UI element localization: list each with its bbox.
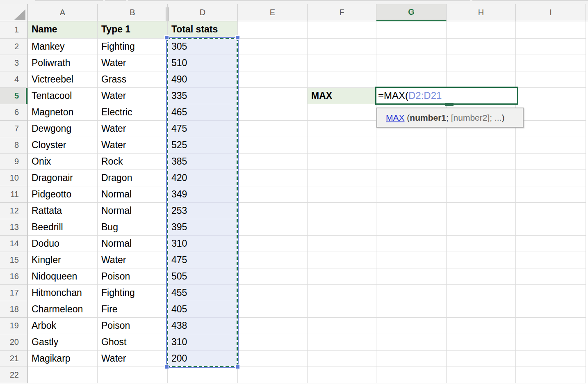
cell-G14[interactable] [376,236,447,252]
cell-E12[interactable] [238,203,308,219]
cell-B12[interactable]: Normal [98,203,168,219]
cell-B21[interactable]: Water [98,351,168,367]
cell-I9[interactable] [516,154,586,170]
cell-B5[interactable]: Water [98,88,168,104]
cell-A2[interactable]: Mankey [28,39,98,55]
cell-G4[interactable] [376,71,447,88]
cell-H16[interactable] [447,268,516,285]
cell-A16[interactable]: Nidoqueen [28,268,98,285]
cell-B20[interactable]: Ghost [98,334,168,351]
cell-F9[interactable] [308,154,376,170]
cell-A18[interactable]: Charmeleon [28,301,98,318]
cell-H18[interactable] [447,301,516,318]
cell-H19[interactable] [447,318,516,334]
cell-I5[interactable] [516,88,586,104]
cell-B10[interactable]: Dragon [98,170,168,186]
cell-F16[interactable] [308,268,376,285]
row-header-18[interactable]: 18 [0,301,28,318]
row-header-19[interactable]: 19 [0,318,28,334]
cell-B3[interactable]: Water [98,55,168,71]
cell-G21[interactable] [376,351,447,367]
cell-B13[interactable]: Bug [98,219,168,236]
cell-I12[interactable] [516,203,586,219]
cell-E10[interactable] [238,170,308,186]
cell-A7[interactable]: Dewgong [28,121,98,137]
cell-F20[interactable] [308,334,376,351]
cell-G20[interactable] [376,334,447,351]
row-header-21[interactable]: 21 [0,351,28,367]
cell-I7[interactable] [516,121,586,137]
cell-H8[interactable] [447,137,516,154]
cell-F4[interactable] [308,71,376,88]
cell-E21[interactable] [238,351,308,367]
cell-I2[interactable] [516,39,586,55]
row-header-14[interactable]: 14 [0,236,28,252]
cell-E19[interactable] [238,318,308,334]
cell-E14[interactable] [238,236,308,252]
row-header-5[interactable]: 5 [0,88,28,104]
select-all-corner[interactable] [0,4,28,21]
cell-H20[interactable] [447,334,516,351]
cell-H11[interactable] [447,186,516,203]
row-header-9[interactable]: 9 [0,154,28,170]
selection-ants-bottom[interactable] [167,366,238,367]
cell-F15[interactable] [308,252,376,268]
cell-A14[interactable]: Doduo [28,236,98,252]
row-header-2[interactable]: 2 [0,39,28,55]
cell-A12[interactable]: Rattata [28,203,98,219]
cell-I4[interactable] [516,71,586,88]
cell-E9[interactable] [238,154,308,170]
formula-edit-cell[interactable]: =MAX(D2:D21 [375,87,518,105]
column-header-I[interactable]: I [516,4,586,21]
row-header-13[interactable]: 13 [0,219,28,236]
cell-A15[interactable]: Kingler [28,252,98,268]
selection-handle-bottom-left[interactable] [164,364,169,369]
cell-H2[interactable] [447,39,516,55]
row-header-20[interactable]: 20 [0,334,28,351]
cell-A8[interactable]: Cloyster [28,137,98,154]
cell-H3[interactable] [447,55,516,71]
cell-A6[interactable]: Magneton [28,104,98,121]
cell-G10[interactable] [376,170,447,186]
cell-H21[interactable] [447,351,516,367]
cell-B4[interactable]: Grass [98,71,168,88]
cell-I17[interactable] [516,285,586,301]
cell-E8[interactable] [238,137,308,154]
cell-H12[interactable] [447,203,516,219]
selection-handle-top-right[interactable] [235,35,240,40]
cell-I6[interactable] [516,104,586,121]
column-header-G[interactable]: G [376,4,447,21]
cell-B14[interactable]: Normal [98,236,168,252]
cell-B6[interactable]: Electric [98,104,168,121]
cell-I20[interactable] [516,334,586,351]
cell-A13[interactable]: Beedrill [28,219,98,236]
cell-E7[interactable] [238,121,308,137]
cell-H14[interactable] [447,236,516,252]
selection-handle-top-left[interactable] [164,35,169,40]
cell-A3[interactable]: Poliwrath [28,55,98,71]
cell-B9[interactable]: Rock [98,154,168,170]
cell-E13[interactable] [238,219,308,236]
row-header-7[interactable]: 7 [0,121,28,137]
cell-E3[interactable] [238,55,308,71]
row-header-11[interactable]: 11 [0,186,28,203]
cell-F6[interactable] [308,104,376,121]
cell-H1[interactable] [447,21,516,39]
cell-B16[interactable]: Poison [98,268,168,285]
row-header-17[interactable]: 17 [0,285,28,301]
cell-G1[interactable] [376,21,447,39]
cell-A22[interactable] [28,367,98,383]
cell-F19[interactable] [308,318,376,334]
cell-B11[interactable]: Normal [98,186,168,203]
cell-A20[interactable]: Gastly [28,334,98,351]
row-header-15[interactable]: 15 [0,252,28,268]
cell-F8[interactable] [308,137,376,154]
cell-D1[interactable]: Total stats [168,21,238,39]
cell-F5[interactable]: MAX [308,88,376,104]
selection-range-border[interactable] [166,37,239,368]
row-header-1[interactable]: 1 [0,21,28,39]
cell-B2[interactable]: Fighting [98,39,168,55]
column-header-F[interactable]: F [308,4,376,21]
cell-B18[interactable]: Fire [98,301,168,318]
cell-F17[interactable] [308,285,376,301]
